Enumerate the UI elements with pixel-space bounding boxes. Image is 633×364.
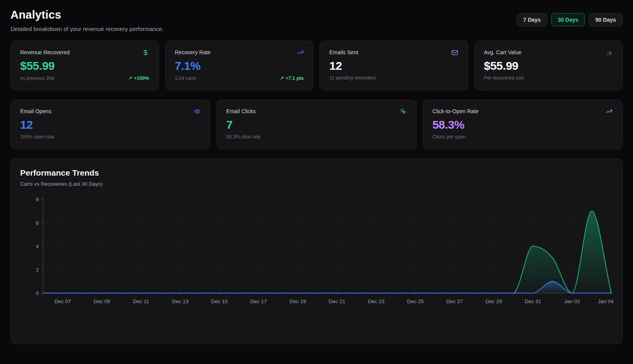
card-sub-label: 100% open rate — [20, 134, 54, 140]
svg-text:Dec 09: Dec 09 — [93, 298, 110, 304]
arrow-up-right-icon: ↗ — [128, 75, 132, 81]
card-sub-label: vs previous 30d — [20, 76, 54, 81]
svg-text:Jan 04: Jan 04 — [598, 298, 614, 304]
mail-icon — [451, 49, 458, 56]
svg-text:8: 8 — [36, 197, 39, 202]
svg-text:2: 2 — [36, 267, 39, 273]
card-label: Email Clicks — [226, 108, 256, 114]
svg-text:Dec 17: Dec 17 — [250, 298, 267, 304]
svg-text:Dec 29: Dec 29 — [486, 298, 502, 304]
svg-text:0: 0 — [36, 290, 39, 296]
stat-card-email-clicks: Email Clicks 7 58.3% click rate — [216, 100, 416, 149]
range-button-90-days[interactable]: 90 Days — [589, 13, 623, 26]
page-header: Analytics Detailed breakdown of your rev… — [10, 9, 623, 32]
card-label: Revenue Recovered — [20, 49, 70, 55]
card-value: 7 — [226, 118, 406, 131]
stat-card-recovery-rate: Recovery Rate 7.1% 1/14 carts ↗+7.1 pts — [165, 41, 314, 90]
svg-text:Dec 13: Dec 13 — [172, 298, 189, 304]
carts-vs-recoveries-chart[interactable]: 02468Dec 07Dec 09Dec 11Dec 13Dec 15Dec 1… — [20, 195, 614, 309]
card-label: Avg. Cart Value — [484, 49, 522, 55]
page-subtitle: Detailed breakdown of your revenue recov… — [10, 26, 164, 32]
svg-text:4: 4 — [36, 243, 39, 249]
analytics-page: Analytics Detailed breakdown of your rev… — [0, 0, 633, 344]
performance-trends-card: Performance Trends Carts vs Recoveries (… — [10, 159, 623, 344]
card-label: Emails Sent — [329, 49, 358, 55]
card-value: $55.99 — [484, 59, 613, 72]
card-sub-label: Per recovered cart — [484, 75, 524, 81]
card-value: 12 — [20, 118, 201, 131]
card-label: Click-to-Open Rate — [432, 108, 479, 114]
date-range-selector: 7 Days 30 Days 90 Days — [517, 13, 623, 26]
svg-text:Dec 25: Dec 25 — [407, 298, 424, 304]
chart-subtitle: Carts vs Recoveries (Last 30 Days) — [20, 181, 613, 187]
card-value: 7.1% — [175, 59, 304, 72]
stat-card-avg-cart-value: Avg. Cart Value $55.99 Per recovered car… — [474, 41, 623, 90]
svg-text:Dec 23: Dec 23 — [368, 298, 384, 304]
trend-badge: ↗+100% — [128, 75, 149, 81]
card-sub-label: 58.3% click rate — [226, 134, 260, 140]
eye-icon — [194, 108, 201, 115]
stat-card-click-to-open-rate: Click-to-Open Rate 58.3% Clicks per open — [423, 100, 623, 149]
card-value: 12 — [329, 59, 458, 72]
stat-card-email-opens: Email Opens 12 100% open rate — [10, 100, 210, 149]
svg-text:6: 6 — [36, 220, 39, 226]
stat-cards-row-1: Revenue Recovered $55.99 vs previous 30d… — [10, 41, 623, 90]
arrow-up-right-icon: ↗ — [280, 75, 284, 81]
card-label: Recovery Rate — [175, 49, 211, 55]
stat-card-revenue-recovered: Revenue Recovered $55.99 vs previous 30d… — [10, 41, 159, 90]
mouse-pointer-click-icon — [400, 108, 407, 115]
trend-badge: ↗+7.1 pts — [280, 75, 304, 81]
svg-text:Dec 07: Dec 07 — [54, 298, 71, 304]
card-label: Email Opens — [20, 108, 51, 114]
header-text: Analytics Detailed breakdown of your rev… — [10, 9, 164, 32]
svg-text:Dec 11: Dec 11 — [133, 298, 149, 304]
stat-cards-row-2: Email Opens 12 100% open rate Email Clic… — [10, 100, 623, 149]
bar-chart-icon — [606, 49, 613, 56]
trending-up-icon — [297, 49, 304, 56]
area-chart[interactable]: 02468Dec 07Dec 09Dec 11Dec 13Dec 15Dec 1… — [20, 195, 613, 310]
trending-up-icon — [606, 108, 613, 115]
svg-text:Dec 15: Dec 15 — [211, 298, 228, 304]
page-title: Analytics — [10, 9, 164, 21]
card-value: 58.3% — [432, 118, 613, 131]
card-sub-label: Clicks per open — [432, 134, 466, 140]
svg-text:Dec 27: Dec 27 — [446, 298, 463, 304]
svg-text:Dec 21: Dec 21 — [329, 298, 345, 304]
svg-text:Jan 02: Jan 02 — [564, 298, 580, 304]
card-value: $55.99 — [20, 59, 149, 72]
range-button-7-days[interactable]: 7 Days — [517, 13, 547, 26]
stat-card-emails-sent: Emails Sent 12 11 pending reminders — [320, 41, 468, 90]
dollar-icon — [142, 49, 149, 56]
chart-title: Performance Trends — [20, 168, 613, 178]
svg-text:Dec 31: Dec 31 — [525, 298, 541, 304]
card-sub-label: 1/14 carts — [175, 76, 196, 81]
range-button-30-days[interactable]: 30 Days — [551, 13, 585, 26]
card-sub-label: 11 pending reminders — [329, 75, 376, 81]
svg-text:Dec 19: Dec 19 — [289, 298, 306, 304]
